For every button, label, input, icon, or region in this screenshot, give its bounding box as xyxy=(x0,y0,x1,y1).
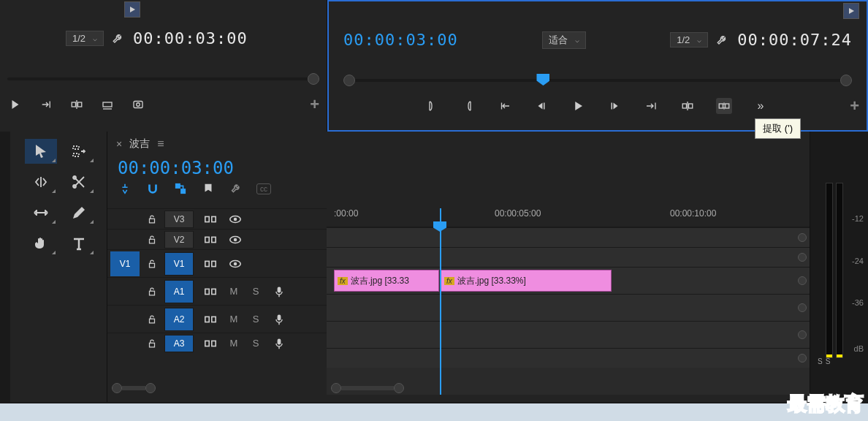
track-label[interactable]: V1 xyxy=(164,252,194,276)
step-forward-icon[interactable] xyxy=(606,98,623,114)
nest-icon[interactable] xyxy=(118,181,132,196)
keyframe-knob[interactable] xyxy=(798,303,807,312)
lock-icon[interactable] xyxy=(147,314,157,325)
program-timecode-in[interactable]: 00:00:03:00 xyxy=(343,31,458,49)
add-button-icon[interactable]: + xyxy=(310,95,319,114)
wrench-icon[interactable] xyxy=(111,31,126,46)
keyframe-knob[interactable] xyxy=(798,330,807,339)
track-select-tool[interactable] xyxy=(63,139,95,164)
lock-icon[interactable] xyxy=(147,259,157,269)
source-patch-v1[interactable]: V1 xyxy=(110,251,140,276)
source-scrub-bar[interactable] xyxy=(7,73,319,85)
track-label[interactable]: V2 xyxy=(164,231,194,249)
lane-a1[interactable] xyxy=(327,294,810,321)
step-forward-icon[interactable] xyxy=(38,96,54,113)
wrench-icon[interactable] xyxy=(715,33,730,48)
settings-wrench-icon[interactable] xyxy=(229,181,243,196)
more-icon[interactable]: » xyxy=(753,98,769,114)
track-label[interactable]: A3 xyxy=(164,335,194,352)
playhead-marker[interactable] xyxy=(536,74,549,86)
lane-a3[interactable] xyxy=(327,348,810,368)
track-label[interactable]: A2 xyxy=(164,308,194,331)
sequence-tab-name[interactable]: 波吉 xyxy=(129,137,150,151)
track-header-v2[interactable]: V2 xyxy=(107,229,327,249)
lane-v3[interactable] xyxy=(327,227,810,247)
source-zoom-dropdown[interactable]: 1/2 ⌵ xyxy=(66,31,104,46)
mark-out-icon[interactable] xyxy=(460,98,476,114)
lane-v1[interactable]: fx 波吉.jpg [33.33 fx 波吉.jpg [33.33%] xyxy=(327,267,810,294)
add-button-icon[interactable]: + xyxy=(850,96,859,115)
pen-tool[interactable] xyxy=(63,200,95,225)
lane-v2[interactable] xyxy=(327,247,810,267)
lock-icon[interactable] xyxy=(147,287,157,297)
program-timecode-out[interactable]: 00:00:07:24 xyxy=(737,31,852,49)
panel-menu-icon[interactable]: ≡ xyxy=(157,137,164,151)
fit-dropdown[interactable]: 适合 ⌵ xyxy=(542,31,586,49)
program-zoom-dropdown[interactable]: 1/2 ⌵ xyxy=(670,32,708,48)
sync-lock-icon[interactable] xyxy=(204,314,217,325)
track-header-v3[interactable]: V3 xyxy=(107,208,327,229)
mute-button[interactable]: M xyxy=(229,314,239,325)
source-timecode[interactable]: 00:00:03:00 xyxy=(133,29,248,48)
track-header-a2[interactable]: A2 M S xyxy=(107,305,327,333)
razor-tool[interactable] xyxy=(63,170,95,194)
track-lanes[interactable]: :00:00 00:00:05:00 00:00:10:00 fx 波吉.jpg… xyxy=(327,208,810,395)
export-frame-icon[interactable] xyxy=(130,96,146,113)
slip-tool[interactable] xyxy=(25,200,57,225)
scrub-handle-end[interactable] xyxy=(308,73,319,85)
solo-button[interactable]: S xyxy=(251,314,261,325)
voiceover-mic-icon[interactable] xyxy=(273,286,286,297)
solo-button[interactable]: S xyxy=(251,286,261,297)
mute-button[interactable]: M xyxy=(229,338,239,349)
linked-selection-icon[interactable] xyxy=(173,181,188,196)
marker-icon[interactable] xyxy=(201,181,216,196)
track-header-a3[interactable]: A3 M S xyxy=(107,333,327,353)
sync-lock-icon[interactable] xyxy=(204,338,217,349)
keyframe-knob[interactable] xyxy=(798,233,807,242)
sync-lock-icon[interactable] xyxy=(204,213,217,225)
go-to-out-icon[interactable] xyxy=(643,98,659,114)
timeline-timecode[interactable]: 00:00:03:00 xyxy=(118,158,810,178)
program-scrub-bar[interactable] xyxy=(343,75,852,86)
keyframe-knob[interactable] xyxy=(798,253,807,262)
play-icon[interactable] xyxy=(7,96,23,113)
eye-icon[interactable] xyxy=(229,213,242,225)
lift-icon[interactable] xyxy=(679,98,696,114)
fx-badge-icon[interactable]: fx xyxy=(338,277,348,285)
mute-button[interactable]: M xyxy=(229,286,239,297)
solo-left[interactable]: S xyxy=(818,357,823,365)
track-header-a1[interactable]: A1 M S xyxy=(107,277,327,305)
sync-lock-icon[interactable] xyxy=(204,258,217,270)
type-tool[interactable] xyxy=(63,231,95,256)
snap-icon[interactable] xyxy=(145,181,160,196)
selection-tool[interactable] xyxy=(25,139,57,164)
insert-icon[interactable] xyxy=(69,96,85,113)
sync-lock-icon[interactable] xyxy=(204,286,217,297)
captions-badge[interactable]: cc xyxy=(256,183,271,194)
eye-icon[interactable] xyxy=(229,234,242,246)
timeline-h-scroll[interactable] xyxy=(331,383,805,393)
extract-icon[interactable] xyxy=(716,98,732,114)
ripple-edit-tool[interactable] xyxy=(25,170,57,194)
track-header-v1[interactable]: V1 V1 xyxy=(107,249,327,277)
eye-icon[interactable] xyxy=(229,258,242,270)
time-ruler[interactable]: :00:00 00:00:05:00 00:00:10:00 xyxy=(327,208,810,227)
track-label[interactable]: A1 xyxy=(164,280,194,303)
fx-badge-icon[interactable]: fx xyxy=(444,277,454,285)
video-clip[interactable]: fx 波吉.jpg [33.33%] xyxy=(441,270,612,292)
keyframe-knob[interactable] xyxy=(798,354,807,363)
hand-tool[interactable] xyxy=(25,231,57,256)
solo-button[interactable]: S xyxy=(251,338,261,349)
track-label[interactable]: V3 xyxy=(164,210,194,228)
voiceover-mic-icon[interactable] xyxy=(273,338,286,349)
scrub-handle-start[interactable] xyxy=(343,75,355,86)
go-to-in-icon[interactable] xyxy=(497,98,513,114)
lane-a2[interactable] xyxy=(327,321,810,348)
solo-right[interactable]: S xyxy=(826,357,831,365)
step-back-icon[interactable] xyxy=(533,98,549,114)
scrub-handle-end[interactable] xyxy=(840,75,852,86)
voiceover-mic-icon[interactable] xyxy=(273,314,286,325)
mark-in-icon[interactable] xyxy=(424,98,440,114)
lock-icon[interactable] xyxy=(147,338,157,349)
playhead-line[interactable] xyxy=(440,208,441,395)
